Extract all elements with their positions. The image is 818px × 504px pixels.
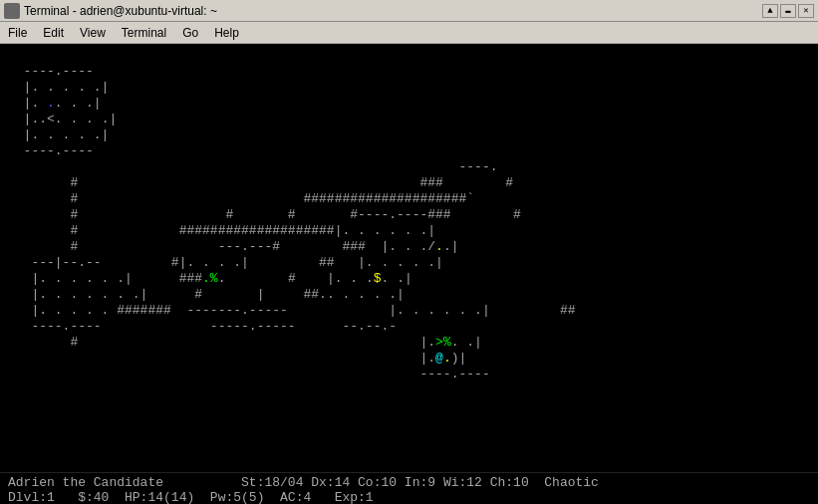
menu-help[interactable]: Help (210, 24, 243, 42)
maximize-button[interactable]: ▬ (780, 4, 796, 18)
window-controls[interactable]: ▲ ▬ ✕ (762, 4, 814, 18)
menubar: File Edit View Terminal Go Help (0, 22, 818, 44)
close-button[interactable]: ✕ (798, 4, 814, 18)
stats: St:18/04 Dx:14 Co:10 In:9 Wi:12 Ch:10 (241, 475, 529, 490)
titlebar-left: Terminal - adrien@xubuntu-virtual: ~ (4, 3, 217, 19)
menu-view[interactable]: View (76, 24, 110, 42)
app-icon (4, 3, 20, 19)
character-name: Adrien the Candidate (8, 475, 163, 490)
menu-file[interactable]: File (4, 24, 31, 42)
window-title: Terminal - adrien@xubuntu-virtual: ~ (24, 4, 217, 18)
alignment: Chaotic (544, 475, 599, 490)
status-bar-2: Dlvl:1 $:40 HP:14(14) Pw:5(5) AC:4 Exp:1 (8, 490, 374, 504)
titlebar: Terminal - adrien@xubuntu-virtual: ~ ▲ ▬… (0, 0, 818, 22)
status-bar-1: Adrien the Candidate St:18/04 Dx:14 Co:1… (0, 472, 818, 504)
menu-terminal[interactable]: Terminal (118, 24, 170, 42)
minimize-button[interactable]: ▲ (762, 4, 778, 18)
menu-edit[interactable]: Edit (39, 24, 68, 42)
menu-go[interactable]: Go (178, 24, 202, 42)
terminal-display: ----.---- |. . . . .| |. .. . .| |..<. .… (0, 44, 818, 472)
